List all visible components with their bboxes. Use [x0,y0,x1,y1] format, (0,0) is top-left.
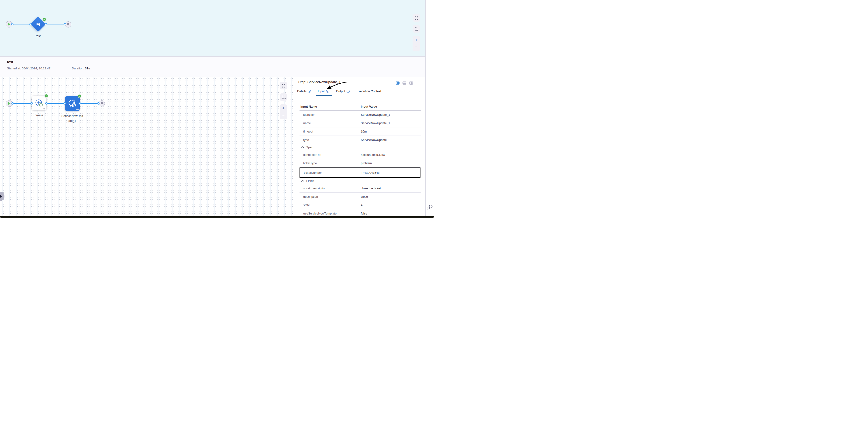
connector-port [11,23,13,25]
input-name: type [303,138,309,142]
marquee-select-button[interactable] [280,93,287,101]
input-value: 10m [361,130,367,133]
annotation-arrow [325,80,349,92]
input-row-description: descriptionclose [300,193,421,201]
step-edge [80,103,99,104]
input-value: close the ticket [361,187,381,190]
input-value: problem [361,161,372,165]
success-check-icon [43,18,46,21]
duration-label: Duration: [72,67,84,70]
input-value: ServiceNowUpdate_1 [361,121,390,125]
servicenow-logo-badge [39,103,43,106]
input-name: ticketType [303,161,317,165]
tab-label: Execution Context [356,90,381,93]
input-name: description [303,195,318,198]
marquee-icon [415,28,418,31]
stop-icon [67,23,69,25]
input-row-identifier: identifierServiceNowUpdate_1 [300,111,421,119]
started-at-label: Started at: [7,67,21,70]
minimize-icon[interactable] [416,83,419,83]
table-header: Input Name Input Value [300,102,421,111]
connector-port [45,102,48,105]
zoom-controls: + − [280,104,287,119]
step-node-servicenowupdate-1[interactable]: </> [65,96,80,111]
right-gutter [426,0,434,218]
input-value: ServiceNowUpdate [361,138,387,142]
section-label: Spec [306,146,313,149]
inputs-table: Input Name Input Value identifierService… [300,102,421,218]
input-name: useServiceNowTemplate [303,212,337,215]
chevron-up-icon [301,180,304,183]
section-header-fields[interactable]: Fields [300,178,421,184]
input-row-connectorRef: connectorRefaccount.testSNow [300,151,421,159]
connector-port [45,23,47,25]
pipeline-execution-page: test + − test Started at: 05/04/2024, 20… [0,0,434,218]
connector-port [11,102,14,105]
execution-title: test [7,60,13,64]
zoom-controls: + − [412,36,420,51]
input-row-timeout: timeout10m [300,127,421,136]
input-name: timeout [303,130,313,133]
stage-graph-canvas[interactable]: test + − [0,0,425,57]
col-input-name: Input Name [301,105,317,108]
fullscreen-button[interactable] [412,14,420,22]
section-header-spec[interactable]: Spec [300,144,421,151]
input-row-type: typeServiceNowUpdate [300,136,421,144]
zoom-in-button[interactable]: + [412,37,420,43]
split-view-right-icon[interactable] [409,81,413,85]
chat-bubbles-icon[interactable] [427,204,433,210]
connector-port [97,102,99,105]
chevron-up-icon [301,146,304,149]
tab-label: Input [318,90,325,93]
zoom-out-button[interactable]: − [412,44,420,50]
input-value: false [361,212,367,215]
play-icon [8,23,10,26]
zoom-in-button[interactable]: + [280,105,287,111]
success-check-icon [44,94,48,98]
fullscreen-button[interactable] [280,82,287,90]
started-at: Started at: 05/04/2024, 20:23:47 [7,67,51,70]
split-view-left-icon[interactable] [396,81,400,85]
tab-details[interactable]: Detailsi [297,89,311,96]
step-node-create[interactable]: </> [32,96,46,110]
marquee-select-button[interactable] [412,25,420,33]
step-edge [46,103,65,104]
tab-execution-context[interactable]: Execution Context [356,89,382,96]
play-icon [8,102,10,105]
tab-label: Details [297,90,307,93]
marquee-icon [282,96,285,99]
desktop-edge [0,216,434,218]
fullscreen-icon [415,16,418,20]
duration-value: 31s [85,67,90,70]
stage-edge [12,24,31,25]
step-details-panel: Step: ServiceNowUpdate_1 DetailsiInputiO… [294,77,425,218]
input-row-ticketNumber: ticketNumberPRB0041548 [300,167,421,178]
step-edge [12,103,32,104]
connector-port [64,23,66,25]
step-node-label: ServiceNowUpdate_1 [61,113,84,124]
stage-edge [46,24,65,25]
connector-port [29,23,32,25]
zoom-out-button[interactable]: − [280,112,287,118]
approval-stage-icon [33,19,43,30]
input-row-short_description: short_descriptionclose the ticket [300,184,421,193]
input-value: close [361,195,368,198]
step-end-node[interactable] [99,100,105,106]
input-name: name [303,121,311,125]
input-name: identifier [303,113,315,116]
duration: Duration: 31s [72,67,90,70]
expand-arrow-icon [0,195,2,198]
step-graph-canvas[interactable]: </> </> [0,77,294,218]
code-icon: </> [43,108,45,110]
split-view-bottom-icon[interactable] [403,81,406,85]
input-name: short_description [303,187,326,190]
info-icon[interactable]: i [308,90,311,93]
input-row-name: nameServiceNowUpdate_1 [300,119,421,127]
input-value: PRB0041548 [362,171,379,174]
col-input-value: Input Value [361,105,377,108]
execution-summary-bar: test Started at: 05/04/2024, 20:23:47 Du… [0,57,425,77]
tabs-divider [295,96,425,96]
code-icon: </> [76,108,79,111]
input-value: ServiceNowUpdate_1 [361,113,390,116]
stage-node-label: test [31,34,45,38]
